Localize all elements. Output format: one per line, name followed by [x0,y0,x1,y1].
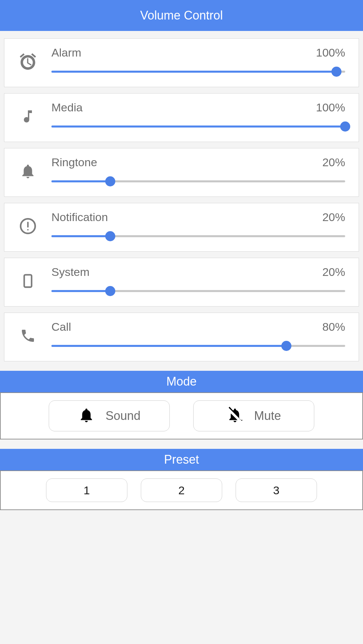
ringtone-slider[interactable] [51,176,345,186]
volume-list: Alarm 100% Media 100% [0,31,363,361]
volume-card-system: System 20% [4,258,359,307]
app-title: Volume Control [140,8,223,23]
mode-body: Sound Mute [0,392,363,439]
alarm-icon [14,52,41,71]
media-label: Media [51,101,83,114]
volume-card-ringtone: Ringtone 20% [4,148,359,197]
ringtone-label: Ringtone [51,156,97,169]
music-icon [14,108,41,124]
svg-rect-3 [24,275,32,287]
alarm-value: 100% [316,46,345,59]
media-value: 100% [316,101,345,114]
notification-label: Notification [51,211,108,224]
notification-slider[interactable] [51,231,345,241]
volume-card-call: Call 80% [4,313,359,361]
sound-button[interactable]: Sound [49,400,170,431]
preset-body: 1 2 3 [0,470,363,510]
ringtone-value: 20% [322,156,345,169]
mute-label: Mute [254,409,281,423]
volume-card-alarm: Alarm 100% [4,38,359,87]
volume-card-notification: Notification 20% [4,203,359,252]
system-value: 20% [322,265,345,279]
svg-rect-1 [27,222,29,227]
bell-solid-icon [78,407,95,425]
phone-icon [14,272,41,290]
call-icon [14,328,41,344]
call-label: Call [51,320,71,333]
svg-rect-2 [27,229,29,230]
sound-label: Sound [106,409,140,423]
notification-value: 20% [322,211,345,224]
mute-button[interactable]: Mute [193,400,314,431]
alarm-slider[interactable] [51,67,345,77]
system-label: System [51,265,89,279]
call-value: 80% [322,320,345,333]
mode-header: Mode [0,371,363,392]
alert-icon [14,217,41,235]
media-slider[interactable] [51,121,345,132]
preset-1-button[interactable]: 1 [46,478,127,502]
call-slider[interactable] [51,341,345,351]
preset-2-button[interactable]: 2 [141,478,222,502]
app-header: Volume Control [0,0,363,31]
system-slider[interactable] [51,286,345,296]
preset-header: Preset [0,449,363,470]
alarm-label: Alarm [51,46,81,59]
bell-icon [14,163,41,180]
preset-3-button[interactable]: 3 [236,478,317,502]
volume-card-media: Media 100% [4,93,359,142]
bell-off-icon [227,407,243,425]
